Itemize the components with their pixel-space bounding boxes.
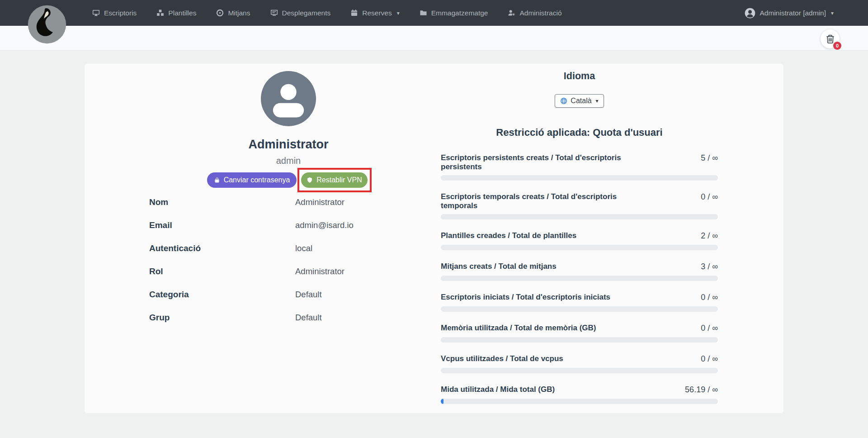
language-selected: Català (571, 97, 591, 105)
profile-field-email: Email admin@isard.io (149, 220, 443, 243)
quota-progress-bar (441, 245, 718, 250)
quota-item: Plantilles creades / Total de plantilles… (441, 231, 718, 250)
profile-display-name: Administrator (85, 138, 492, 152)
profile-card: Administrator admin Canviar contrasenya … (85, 64, 783, 413)
quota-progress-bar (441, 399, 718, 404)
profile-field-label: Categoria (149, 290, 295, 300)
recycle-bin-button[interactable]: 0 (821, 29, 840, 48)
language-section-title: Idioma (441, 71, 718, 82)
recycle-bin-badge: 0 (833, 42, 841, 50)
profile-field-label: Rol (149, 267, 295, 276)
profile-field-nom: Nom Administrator (149, 197, 443, 220)
quota-list: Escriptoris persistents creats / Total d… (441, 153, 718, 404)
isard-logo[interactable] (28, 5, 66, 44)
profile-field-categoria: Categoria Default (149, 290, 443, 313)
quota-item-label: Escriptoris iniciats / Total d'escriptor… (441, 293, 610, 302)
quota-item-label: Vcpus utilitzades / Total de vcpus (441, 354, 563, 363)
quota-item-label: Memòria utilitzada / Total de memòria (G… (441, 324, 596, 333)
cubes-icon (156, 9, 164, 17)
user-circle-icon (744, 7, 756, 19)
caret-down-icon: ▾ (596, 98, 599, 104)
profile-field-label: Email (149, 220, 295, 230)
quota-item-label: Escriptoris temporals creats / Total d'e… (441, 192, 635, 210)
navbar-menu: Escriptoris ▾ Plantilles ▾ Mitjans ▾ Des… (92, 0, 562, 26)
nav-item-plantilles[interactable]: Plantilles ▾ (156, 9, 196, 17)
quota-item-label: Plantilles creades / Total de plantilles (441, 231, 576, 240)
quota-item-label: Mida utilitzada / Mida total (GB) (441, 385, 555, 394)
quota-progress-fill (441, 399, 443, 404)
globe-icon (560, 97, 567, 105)
quota-item: Escriptoris persistents creats / Total d… (441, 153, 718, 181)
profile-field-rol: Rol Administrator (149, 267, 443, 290)
profile-field-value: Default (295, 313, 322, 323)
quota-progress-bar (441, 175, 718, 181)
calendar-icon (350, 9, 358, 17)
profile-username: admin (85, 156, 492, 166)
nav-item-reserves[interactable]: Reserves ▾ (350, 9, 400, 17)
quota-item-value: 0 / ∞ (701, 192, 718, 202)
quota-item: Mitjans creats / Total de mitjans 3 / ∞ (441, 262, 718, 281)
trash-icon (825, 34, 835, 44)
caret-down-icon: ▾ (831, 10, 834, 16)
top-navbar: Escriptoris ▾ Plantilles ▾ Mitjans ▾ Des… (0, 0, 868, 26)
quota-item-label: Escriptoris persistents creats / Total d… (441, 153, 635, 171)
lock-icon (214, 177, 220, 183)
profile-field-label: Autenticació (149, 243, 295, 253)
right-column: Idioma Català ▾ Restricció aplicada: Quo… (441, 64, 718, 416)
caret-down-icon: ▾ (397, 10, 400, 16)
quota-progress-bar (441, 368, 718, 373)
quota-item-value: 3 / ∞ (701, 262, 718, 271)
nav-item-administracio[interactable]: Administració ▾ (508, 9, 561, 17)
quota-item-value: 5 / ∞ (701, 153, 718, 163)
quota-progress-bar (441, 276, 718, 281)
quota-item-value: 0 / ∞ (701, 354, 718, 364)
quota-item-value: 56.19 / ∞ (685, 385, 718, 395)
language-select-dropdown[interactable]: Català ▾ (555, 94, 604, 108)
profile-field-value: local (295, 243, 312, 253)
quota-item: Mida utilitzada / Mida total (GB) 56.19 … (441, 385, 718, 404)
profile-field-value: Default (295, 290, 322, 300)
quota-progress-bar (441, 337, 718, 343)
quota-progress-bar (441, 306, 718, 312)
shield-icon (307, 177, 313, 183)
nav-item-desplegaments[interactable]: Desplegaments ▾ (270, 9, 331, 17)
nav-item-escriptoris[interactable]: Escriptoris ▾ (92, 9, 137, 17)
quota-item-value: 0 / ∞ (701, 293, 718, 302)
quota-item-value: 2 / ∞ (701, 231, 718, 241)
profile-fields-list: Nom Administrator Email admin@isard.io A… (149, 197, 443, 336)
folder-icon (420, 9, 427, 17)
profile-field-value: admin@isard.io (295, 220, 354, 230)
profile-field-autenticacio: Autenticació local (149, 243, 443, 267)
quota-item-label: Mitjans creats / Total de mitjans (441, 262, 557, 271)
user-gear-icon (508, 9, 515, 17)
profile-field-value: Administrator (295, 267, 344, 276)
profile-field-grup: Grup Default (149, 313, 443, 336)
user-menu-label: Administrator [admin] (760, 9, 826, 17)
nav-item-emmagatzematge[interactable]: Emmagatzematge ▾ (420, 9, 488, 17)
quota-item: Escriptoris temporals creats / Total d'e… (441, 192, 718, 219)
profile-field-label: Nom (149, 197, 295, 207)
change-password-button[interactable]: Canviar contrasenya (207, 172, 297, 188)
quota-item-value: 0 / ∞ (701, 324, 718, 333)
quota-section-title: Restricció aplicada: Quota d'usuari (441, 127, 718, 138)
deployments-icon (270, 9, 278, 17)
desktop-icon (92, 9, 100, 17)
quota-item: Vcpus utilitzades / Total de vcpus 0 / ∞ (441, 354, 718, 373)
profile-field-label: Grup (149, 313, 295, 323)
quota-item: Escriptoris iniciats / Total d'escriptor… (441, 293, 718, 312)
sub-header-bar: 0 (0, 26, 868, 51)
nav-item-mitjans[interactable]: Mitjans ▾ (216, 9, 250, 17)
quota-item: Memòria utilitzada / Total de memòria (G… (441, 324, 718, 343)
reset-vpn-button[interactable]: Restablir VPN (301, 172, 368, 188)
disc-icon (216, 9, 224, 17)
profile-field-value: Administrator (295, 197, 344, 207)
quota-progress-bar (441, 214, 718, 219)
user-avatar (261, 71, 316, 126)
user-menu-dropdown[interactable]: Administrator [admin] ▾ (744, 0, 834, 26)
